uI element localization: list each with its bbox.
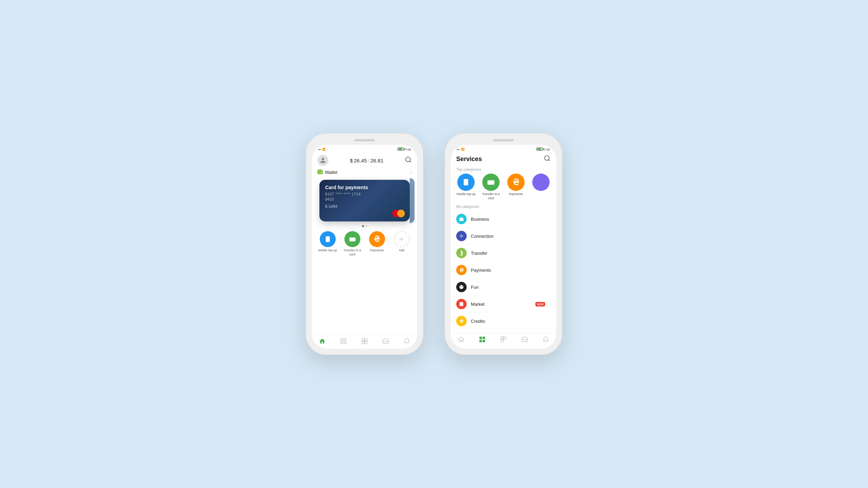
svg-rect-8 <box>341 339 343 341</box>
wifi-icon-1: ▪▪▪ <box>318 148 321 151</box>
time-display-1: 7:06 <box>405 148 411 151</box>
nav-bell-2[interactable] <box>542 336 549 345</box>
payments-icon: ₴ <box>369 231 385 247</box>
svg-rect-13 <box>365 339 367 341</box>
nav-scan-2[interactable] <box>500 336 507 345</box>
top-cat-payments[interactable]: ₴ Payments <box>505 174 527 196</box>
svg-rect-37 <box>501 337 503 339</box>
nav-apps-1[interactable] <box>340 338 347 345</box>
cat-item-business[interactable]: Business › <box>451 211 556 228</box>
top-cat-label-transfer: Transfer to a card <box>480 192 502 200</box>
search-button[interactable] <box>544 155 551 163</box>
svg-rect-21 <box>464 179 468 185</box>
status-left-2: ▪▪▪ 📶 <box>457 148 465 151</box>
card-title: Card for payments <box>325 185 404 190</box>
cat-item-fun[interactable]: Fun › <box>451 279 556 296</box>
nav-inbox-1[interactable] <box>382 338 389 345</box>
card-expiry: 04/23 <box>325 197 404 201</box>
nav-home-2[interactable] <box>458 336 465 345</box>
svg-point-29 <box>460 286 461 287</box>
status-bar-1: ▪▪▪ 📶 7:06 <box>312 145 417 153</box>
wallet-row: Wallet › <box>312 169 417 178</box>
svg-point-30 <box>462 286 462 287</box>
svg-point-22 <box>466 184 466 185</box>
nav-apps-2[interactable] <box>479 336 486 345</box>
dot-2 <box>365 225 367 227</box>
phone-screen-1: ▪▪▪ 📶 7:06 $ 26.45 / 26.81 <box>312 145 417 349</box>
mobile-topup-icon <box>320 231 336 247</box>
time-display-2: 7:06 <box>544 148 550 151</box>
status-left-1: ▪▪▪ 📶 <box>318 148 326 151</box>
cat-item-market[interactable]: Market NEW › <box>451 296 556 313</box>
cat-name-connection: Connection <box>471 234 545 239</box>
page-title-services: Services <box>456 155 482 163</box>
balance-primary: 26.45 <box>354 158 367 163</box>
cat-item-transfer[interactable]: ⟫ Transfer › <box>451 245 556 262</box>
cat-icon-fun <box>456 282 467 292</box>
svg-line-1 <box>410 161 411 162</box>
svg-rect-14 <box>362 342 364 344</box>
scan-icon[interactable] <box>405 156 412 165</box>
signal-icon-1: 📶 <box>322 148 326 151</box>
card-dots <box>312 223 417 229</box>
cat-icon-connection <box>456 231 467 241</box>
svg-rect-34 <box>483 337 485 339</box>
cat-name-payments: Payments <box>471 268 545 273</box>
mastercard-logo <box>392 210 405 217</box>
top-cat-label-mobile: Mobile top-up <box>457 192 476 196</box>
cat-chevron-market: › <box>549 302 551 306</box>
cat-item-connection[interactable]: Connection › <box>451 228 556 245</box>
status-bar-2: ▪▪▪ 📶 7:06 <box>451 145 556 153</box>
cat-item-health[interactable]: + Health › <box>451 330 556 333</box>
card-amount: 6 UAH <box>325 204 404 209</box>
wallet-label[interactable]: Wallet <box>317 169 337 175</box>
p2-header: Services <box>451 153 556 166</box>
avatar-1[interactable] <box>317 155 328 166</box>
action-mobile-topup[interactable]: Mobile top-up <box>317 231 339 253</box>
phone-2: ▪▪▪ 📶 7:06 Services Top categories <box>444 133 562 355</box>
cat-icon-market <box>456 299 467 309</box>
top-cat-icon-transfer <box>482 174 500 191</box>
top-cat-transfer-card[interactable]: Transfer to a card <box>480 174 502 200</box>
nav-home-1[interactable] <box>319 338 326 345</box>
nav-scan-1[interactable] <box>361 338 368 345</box>
payment-card[interactable]: Card for payments $167 **** **** 1716 04… <box>319 180 409 221</box>
svg-rect-10 <box>341 342 343 344</box>
action-add[interactable]: + Add <box>391 231 413 253</box>
svg-rect-2 <box>317 170 323 174</box>
signal-icon-2: 📶 <box>461 148 465 151</box>
nav-bell-1[interactable] <box>403 338 410 345</box>
card-number: $167 **** **** 1716 <box>325 192 404 196</box>
svg-rect-38 <box>504 337 506 339</box>
top-cat-icon-extra <box>532 174 550 191</box>
top-cat-extra[interactable] <box>530 174 552 192</box>
nav-inbox-2[interactable] <box>521 336 528 345</box>
p1-header: $ 26.45 / 26.81 <box>312 153 417 169</box>
phone-1: ▪▪▪ 📶 7:06 $ 26.45 / 26.81 <box>306 133 424 355</box>
category-list: Business › Connection › ⟫ Transfer › ₴ P… <box>451 211 556 333</box>
badge-new: NEW <box>535 302 545 306</box>
svg-rect-39 <box>501 340 503 342</box>
add-icon: + <box>394 231 410 247</box>
cat-name-credits: Credits <box>471 319 545 324</box>
currency-symbol: $ <box>350 158 353 163</box>
svg-rect-24 <box>487 182 494 183</box>
cat-icon-credits: ₴ <box>456 316 467 326</box>
battery-indicator-2 <box>536 148 543 151</box>
svg-rect-12 <box>362 339 364 341</box>
status-right-1: 7:06 <box>398 148 411 151</box>
phone-screen-2: ▪▪▪ 📶 7:06 Services Top categories <box>451 145 556 349</box>
action-transfer-card[interactable]: Transfer to a card <box>341 231 364 256</box>
svg-line-20 <box>549 160 550 161</box>
top-cat-mobile-topup[interactable]: Mobile top-up <box>455 174 477 196</box>
cat-item-payments[interactable]: ₴ Payments › <box>451 262 556 279</box>
svg-point-0 <box>406 157 410 161</box>
cat-item-credits[interactable]: ₴ Credits › <box>451 313 556 330</box>
top-categories-label: Top categories <box>451 166 556 174</box>
action-payments[interactable]: ₴ Payments <box>366 231 388 253</box>
top-categories-row: Mobile top-up Transfer to a card ₴ Payme… <box>451 174 556 204</box>
cat-name-market: Market <box>471 302 529 307</box>
card-container: Card for payments $167 **** **** 1716 04… <box>312 178 417 223</box>
top-cat-icon-mobile <box>457 174 475 191</box>
action-label-payments: Payments <box>370 249 384 253</box>
